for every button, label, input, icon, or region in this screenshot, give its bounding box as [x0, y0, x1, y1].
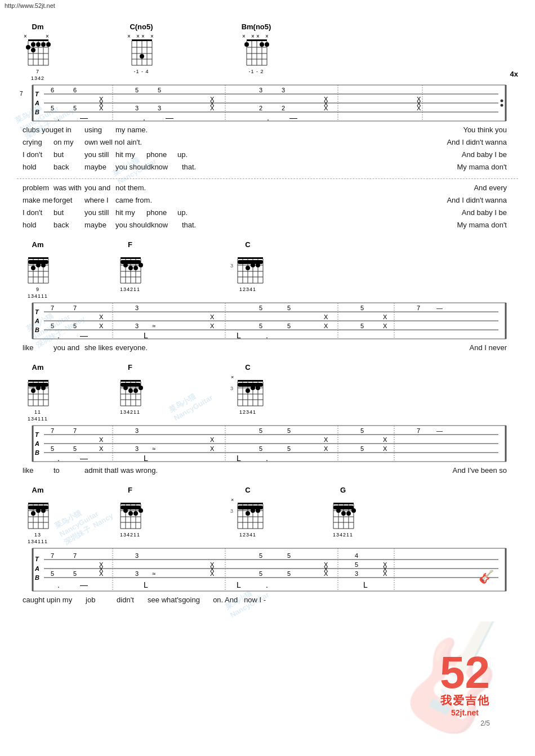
svg-point-16 — [26, 45, 30, 50]
svg-text:X: X — [99, 566, 104, 572]
svg-point-122 — [133, 266, 138, 270]
svg-text:5: 5 — [287, 427, 291, 434]
svg-text:🎸: 🎸 — [479, 569, 494, 584]
svg-text:X: X — [99, 323, 104, 329]
svg-text:3: 3 — [135, 427, 139, 434]
svg-text:X: X — [383, 566, 387, 572]
svg-text:7: 7 — [73, 305, 77, 311]
svg-point-225 — [251, 386, 255, 390]
svg-text:×: × — [150, 33, 154, 39]
svg-point-311 — [246, 511, 250, 516]
chord-c-1-svg: 3 — [230, 250, 266, 285]
svg-text:6: 6 — [51, 87, 54, 93]
svg-text:L: L — [144, 331, 148, 340]
chord-c-3-svg: 3 × — [230, 496, 266, 531]
chord-am-1-svg — [23, 250, 53, 285]
svg-text:L: L — [237, 580, 241, 589]
svg-text:.: . — [57, 113, 60, 122]
svg-text:X: X — [99, 314, 104, 320]
svg-rect-324 — [333, 506, 354, 509]
svg-text:3: 3 — [230, 508, 233, 514]
svg-text:A: A — [34, 317, 39, 324]
svg-text:X: X — [99, 445, 104, 452]
chord-c-2: C 3 × 12341 — [230, 363, 266, 415]
svg-rect-314 — [333, 503, 354, 504]
svg-text:T: T — [35, 556, 39, 562]
svg-text:7: 7 — [73, 552, 77, 559]
svg-text:X: X — [99, 436, 104, 443]
svg-text:×: × — [136, 33, 140, 39]
svg-text:.: . — [266, 580, 268, 589]
svg-text:3: 3 — [282, 87, 285, 93]
svg-text:3: 3 — [230, 386, 233, 391]
svg-text:5: 5 — [135, 87, 139, 93]
lyrics-section-4: like to admit that I was wrong. And I've… — [23, 466, 512, 477]
lyrics-line-5: problem was with you and not them. And e… — [23, 184, 512, 195]
tab-section-3: T A B 7 7 3 5 5 5 7 — X X X X 5 5 X 3 ≈ … — [23, 424, 512, 463]
svg-text:—: — — [436, 427, 443, 434]
svg-text:X: X — [324, 323, 328, 329]
logo-url: 52jt.net — [440, 708, 490, 717]
svg-text:T: T — [35, 431, 39, 438]
chord-row-am-f-c-g: Am 13 134111 F — [23, 486, 518, 544]
svg-point-60 — [501, 104, 503, 107]
svg-point-12 — [31, 42, 35, 47]
svg-text:—: — — [80, 454, 88, 463]
chord-am-2: Am 11 134111 — [23, 363, 53, 422]
svg-text:5: 5 — [287, 570, 291, 577]
tab-section-1: 7 T A B 6 6 5 5 3 3 — [23, 84, 512, 122]
svg-rect-22 — [132, 39, 152, 41]
tab-staff-4: T A B 7 7 3 5 5 4 X X X X 5 5 5 X X 3 ≈ — [23, 547, 512, 592]
svg-text:—: — — [166, 113, 173, 122]
chord-f-2: F 134211 — [115, 363, 145, 415]
svg-text:×: × — [231, 497, 234, 503]
svg-text:T: T — [35, 91, 39, 97]
svg-text:5: 5 — [73, 445, 77, 452]
svg-text:L: L — [237, 331, 241, 340]
svg-text:A: A — [34, 440, 39, 447]
svg-rect-212 — [238, 380, 263, 382]
lyrics-section-2: problem was with you and not them. And e… — [23, 184, 512, 232]
svg-text:5: 5 — [287, 552, 291, 559]
svg-point-226 — [256, 386, 260, 390]
svg-text:5: 5 — [259, 427, 262, 434]
url-bar: http://www.52jt.net — [0, 0, 535, 11]
lyrics-line-3: I don't but you still hit my phone up. A… — [23, 150, 512, 162]
svg-point-106 — [31, 266, 35, 270]
chord-c-1: C 3 12341 — [230, 240, 266, 292]
svg-point-120 — [123, 263, 128, 267]
svg-text:5: 5 — [259, 552, 262, 559]
svg-text:B: B — [35, 449, 39, 456]
svg-point-313 — [256, 508, 260, 513]
lyrics-line-9: like you and she likes everyone. And I n… — [23, 343, 512, 355]
svg-text:A: A — [34, 100, 39, 106]
svg-text:—: — — [80, 580, 88, 589]
svg-text:×: × — [46, 33, 49, 39]
svg-text:7: 7 — [51, 427, 54, 434]
logo-52: 52 — [440, 652, 490, 693]
svg-point-17 — [31, 48, 35, 52]
svg-text:≈: ≈ — [152, 570, 155, 577]
chord-bmno5: Bm(no5) × × × × -1 - 2 — [241, 23, 271, 74]
tab-section-4: T A B 7 7 3 5 5 4 X X X X 5 5 5 X X 3 ≈ — [23, 547, 512, 592]
svg-text:5: 5 — [360, 427, 364, 434]
chord-c-2-svg: 3 × — [230, 373, 266, 408]
svg-point-138 — [251, 263, 255, 267]
svg-text:.: . — [143, 113, 145, 122]
svg-text:.: . — [57, 454, 60, 463]
svg-rect-2 — [28, 39, 48, 41]
svg-text:5: 5 — [51, 323, 54, 329]
chord-am-1: Am 9 134111 — [23, 240, 53, 299]
svg-point-295 — [133, 511, 138, 516]
svg-text:3: 3 — [355, 570, 358, 577]
svg-text:X: X — [324, 436, 328, 443]
svg-point-328 — [351, 508, 356, 513]
lyrics-line-1: clubs you get in using my name. You thin… — [23, 126, 512, 137]
chord-row-am-f-c-2: Am 11 134111 F — [23, 363, 518, 422]
svg-text:.: . — [57, 580, 60, 589]
svg-text:5: 5 — [51, 445, 54, 452]
svg-text:×: × — [24, 33, 27, 39]
svg-point-32 — [140, 54, 144, 59]
svg-rect-119 — [121, 260, 141, 264]
svg-text:5: 5 — [287, 305, 291, 311]
